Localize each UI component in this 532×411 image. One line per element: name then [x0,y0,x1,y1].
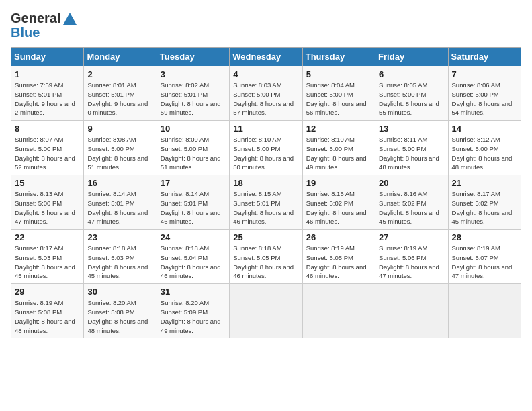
header-thursday: Thursday [302,48,375,66]
day-number: 2 [87,69,152,79]
calendar-table: SundayMondayTuesdayWednesdayThursdayFrid… [11,47,521,338]
week-row-4: 22Sunrise: 8:17 AM Sunset: 5:03 PM Dayli… [11,230,521,284]
day-info: Sunrise: 8:11 AM Sunset: 5:00 PM Dayligh… [379,135,444,172]
day-number: 11 [233,124,298,134]
week-row-1: 1Sunrise: 7:59 AM Sunset: 5:01 PM Daylig… [11,66,521,121]
day-cell: 4Sunrise: 8:03 AM Sunset: 5:00 PM Daylig… [230,66,302,121]
logo-icon [63,13,77,25]
day-number: 7 [452,69,517,79]
day-number: 30 [87,287,152,297]
day-cell: 24Sunrise: 8:18 AM Sunset: 5:04 PM Dayli… [157,230,229,284]
day-info: Sunrise: 8:17 AM Sunset: 5:03 PM Dayligh… [15,244,80,281]
day-number: 27 [379,232,444,242]
header-wednesday: Wednesday [230,48,302,66]
day-info: Sunrise: 8:19 AM Sunset: 5:07 PM Dayligh… [452,244,517,281]
day-number: 4 [233,69,298,79]
day-cell: 27Sunrise: 8:19 AM Sunset: 5:06 PM Dayli… [375,230,448,284]
day-cell: 9Sunrise: 8:08 AM Sunset: 5:00 PM Daylig… [84,121,157,175]
day-cell: 19Sunrise: 8:15 AM Sunset: 5:02 PM Dayli… [302,175,375,230]
day-info: Sunrise: 8:15 AM Sunset: 5:01 PM Dayligh… [233,189,298,226]
header-saturday: Saturday [448,48,521,66]
day-cell: 6Sunrise: 8:05 AM Sunset: 5:00 PM Daylig… [375,66,448,121]
day-cell [375,284,448,338]
day-number: 14 [452,124,517,134]
day-info: Sunrise: 8:07 AM Sunset: 5:00 PM Dayligh… [15,135,80,172]
day-cell [448,284,521,338]
day-number: 15 [15,178,80,188]
day-cell: 16Sunrise: 8:14 AM Sunset: 5:01 PM Dayli… [84,175,157,230]
page-header: General Blue [11,11,521,40]
day-info: Sunrise: 8:10 AM Sunset: 5:00 PM Dayligh… [233,135,298,172]
day-number: 21 [452,178,517,188]
day-cell: 5Sunrise: 8:04 AM Sunset: 5:00 PM Daylig… [302,66,375,121]
day-number: 12 [306,124,371,134]
day-number: 5 [306,69,371,79]
day-number: 22 [15,232,80,242]
header-monday: Monday [84,48,157,66]
day-info: Sunrise: 8:19 AM Sunset: 5:08 PM Dayligh… [15,298,80,335]
day-cell: 12Sunrise: 8:10 AM Sunset: 5:00 PM Dayli… [302,121,375,175]
day-number: 26 [306,232,371,242]
day-number: 13 [379,124,444,134]
day-info: Sunrise: 8:20 AM Sunset: 5:08 PM Dayligh… [87,298,152,335]
day-info: Sunrise: 8:02 AM Sunset: 5:01 PM Dayligh… [161,81,226,118]
day-number: 23 [87,232,152,242]
day-info: Sunrise: 8:19 AM Sunset: 5:05 PM Dayligh… [306,244,371,281]
day-number: 31 [161,287,226,297]
day-cell: 22Sunrise: 8:17 AM Sunset: 5:03 PM Dayli… [11,230,84,284]
day-info: Sunrise: 8:18 AM Sunset: 5:04 PM Dayligh… [161,244,226,281]
day-cell: 1Sunrise: 7:59 AM Sunset: 5:01 PM Daylig… [11,66,84,121]
day-number: 8 [15,124,80,134]
day-number: 10 [161,124,226,134]
day-cell: 7Sunrise: 8:06 AM Sunset: 5:00 PM Daylig… [448,66,521,121]
day-cell: 25Sunrise: 8:18 AM Sunset: 5:05 PM Dayli… [230,230,302,284]
day-info: Sunrise: 8:03 AM Sunset: 5:00 PM Dayligh… [233,81,298,118]
day-info: Sunrise: 8:18 AM Sunset: 5:03 PM Dayligh… [87,244,152,281]
day-cell: 30Sunrise: 8:20 AM Sunset: 5:08 PM Dayli… [84,284,157,338]
day-cell [230,284,302,338]
day-info: Sunrise: 8:19 AM Sunset: 5:06 PM Dayligh… [379,244,444,281]
day-number: 6 [379,69,444,79]
header-tuesday: Tuesday [157,48,229,66]
svg-marker-0 [63,13,77,25]
day-number: 17 [161,178,226,188]
day-number: 19 [306,178,371,188]
day-cell: 29Sunrise: 8:19 AM Sunset: 5:08 PM Dayli… [11,284,84,338]
day-cell: 18Sunrise: 8:15 AM Sunset: 5:01 PM Dayli… [230,175,302,230]
week-row-5: 29Sunrise: 8:19 AM Sunset: 5:08 PM Dayli… [11,284,521,338]
day-cell: 11Sunrise: 8:10 AM Sunset: 5:00 PM Dayli… [230,121,302,175]
day-number: 16 [87,178,152,188]
day-number: 20 [379,178,444,188]
day-info: Sunrise: 8:14 AM Sunset: 5:01 PM Dayligh… [87,189,152,226]
day-cell: 2Sunrise: 8:01 AM Sunset: 5:01 PM Daylig… [84,66,157,121]
day-info: Sunrise: 8:16 AM Sunset: 5:02 PM Dayligh… [379,189,444,226]
days-header-row: SundayMondayTuesdayWednesdayThursdayFrid… [11,48,521,66]
day-cell: 14Sunrise: 8:12 AM Sunset: 5:00 PM Dayli… [448,121,521,175]
day-cell: 20Sunrise: 8:16 AM Sunset: 5:02 PM Dayli… [375,175,448,230]
day-number: 9 [87,124,152,134]
day-cell: 31Sunrise: 8:20 AM Sunset: 5:09 PM Dayli… [157,284,229,338]
day-cell: 28Sunrise: 8:19 AM Sunset: 5:07 PM Dayli… [448,230,521,284]
logo-blue-text: Blue [11,25,40,40]
day-cell: 8Sunrise: 8:07 AM Sunset: 5:00 PM Daylig… [11,121,84,175]
day-number: 1 [15,69,80,79]
day-cell: 3Sunrise: 8:02 AM Sunset: 5:01 PM Daylig… [157,66,229,121]
day-cell: 13Sunrise: 8:11 AM Sunset: 5:00 PM Dayli… [375,121,448,175]
week-row-2: 8Sunrise: 8:07 AM Sunset: 5:00 PM Daylig… [11,121,521,175]
day-info: Sunrise: 8:05 AM Sunset: 5:00 PM Dayligh… [379,81,444,118]
day-info: Sunrise: 7:59 AM Sunset: 5:01 PM Dayligh… [15,81,80,118]
day-info: Sunrise: 8:17 AM Sunset: 5:02 PM Dayligh… [452,189,517,226]
day-cell: 21Sunrise: 8:17 AM Sunset: 5:02 PM Dayli… [448,175,521,230]
day-info: Sunrise: 8:18 AM Sunset: 5:05 PM Dayligh… [233,244,298,281]
day-number: 3 [161,69,226,79]
day-number: 28 [452,232,517,242]
day-cell: 23Sunrise: 8:18 AM Sunset: 5:03 PM Dayli… [84,230,157,284]
logo-general-text: General [11,11,60,26]
day-number: 25 [233,232,298,242]
day-info: Sunrise: 8:04 AM Sunset: 5:00 PM Dayligh… [306,81,371,118]
day-number: 29 [15,287,80,297]
day-info: Sunrise: 8:20 AM Sunset: 5:09 PM Dayligh… [161,298,226,335]
day-info: Sunrise: 8:08 AM Sunset: 5:00 PM Dayligh… [87,135,152,172]
day-cell: 26Sunrise: 8:19 AM Sunset: 5:05 PM Dayli… [302,230,375,284]
day-cell: 10Sunrise: 8:09 AM Sunset: 5:00 PM Dayli… [157,121,229,175]
